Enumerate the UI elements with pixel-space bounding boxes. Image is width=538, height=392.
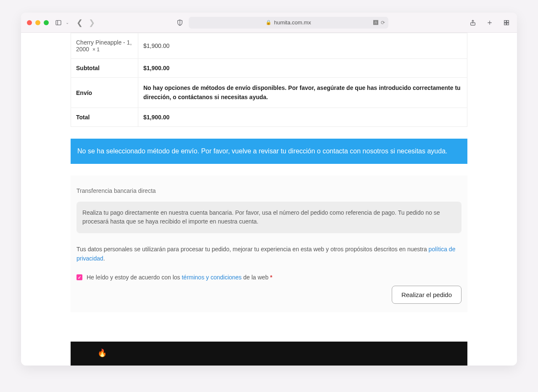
tab-overview-button[interactable] [502,18,511,27]
payment-method-description: Realiza tu pago directamente en nuestra … [76,202,462,233]
svg-rect-6 [507,20,509,22]
product-price: $1,900.00 [138,33,467,59]
terms-pre: He leído y estoy de acuerdo con los [87,274,182,281]
titlebar: ⌄ ❮ ❯ 🔒 humita.com.mx 🅰︎ ⟳ [21,13,517,33]
forward-button[interactable]: ❯ [89,19,95,26]
table-row: Subtotal $1,900.00 [71,59,467,78]
minimize-window-button[interactable] [35,20,40,25]
lock-icon: 🔒 [266,20,272,25]
required-asterisk: * [270,274,272,281]
translate-icon[interactable]: 🅰︎ [373,20,378,26]
sidebar-toggle-button[interactable] [54,18,63,27]
total-value: $1,900.00 [138,108,467,127]
table-row: Cherry Pineapple - 1, 2000 × 1 $1,900.00 [71,33,467,59]
svg-rect-7 [504,23,506,25]
terms-label: He leído y estoy de acuerdo con los térm… [87,274,272,281]
browser-window: ⌄ ❮ ❯ 🔒 humita.com.mx 🅰︎ ⟳ [21,13,517,366]
table-row: Envío No hay opciones de métodos de enví… [71,78,467,108]
product-name: Cherry Pineapple - 1, 2000 [76,39,132,53]
toolbar-right [468,18,511,27]
svg-rect-5 [504,20,506,22]
shipping-message: No hay opciones de métodos de envío disp… [138,78,467,108]
terms-post: de la web [242,274,270,281]
product-cell: Cherry Pineapple - 1, 2000 × 1 [71,33,138,59]
new-tab-button[interactable] [485,18,494,27]
reload-button[interactable]: ⟳ [381,20,385,26]
shipping-label: Envío [71,78,138,108]
close-window-button[interactable] [27,20,32,25]
privacy-text: Tus datos personales se utilizarán para … [76,245,462,263]
window-controls [27,20,49,25]
total-label: Total [71,108,138,127]
svg-rect-8 [507,23,509,25]
terms-checkbox[interactable]: ✓ [76,274,82,280]
nav-arrows: ❮ ❯ [76,19,95,26]
page-content[interactable]: Cherry Pineapple - 1, 2000 × 1 $1,900.00… [21,33,517,366]
subtotal-value: $1,900.00 [138,59,467,78]
flame-icon: 🔥 [98,349,107,357]
product-qty: × 1 [92,47,100,53]
place-order-button[interactable]: Realizar el pedido [392,286,462,304]
sidebar-toggle-group: ⌄ [54,18,69,27]
order-summary-table: Cherry Pineapple - 1, 2000 × 1 $1,900.00… [71,33,467,127]
payment-section: Transferencia bancaria directa Realiza t… [71,176,467,313]
shipping-notice: No se ha seleccionado método de envío. P… [71,139,467,163]
address-bar-actions: 🅰︎ ⟳ [373,20,385,26]
address-bar[interactable]: 🔒 humita.com.mx 🅰︎ ⟳ [189,17,388,29]
maximize-window-button[interactable] [44,20,49,25]
privacy-shield-icon[interactable] [175,18,185,27]
subtotal-label: Subtotal [71,59,138,78]
back-button[interactable]: ❮ [76,19,83,26]
payment-method-title: Transferencia bancaria directa [76,187,462,194]
share-button[interactable] [468,18,477,27]
url-host: humita.com.mx [274,19,311,26]
svg-rect-0 [56,20,61,25]
privacy-text-body: Tus datos personales se utilizarán para … [76,246,429,253]
table-row: Total $1,900.00 [71,108,467,127]
chevron-down-icon[interactable]: ⌄ [66,20,69,25]
terms-row: ✓ He leído y estoy de acuerdo con los té… [76,274,462,281]
terms-link[interactable]: términos y condiciones [182,274,241,281]
site-footer: 🔥 [71,342,467,366]
